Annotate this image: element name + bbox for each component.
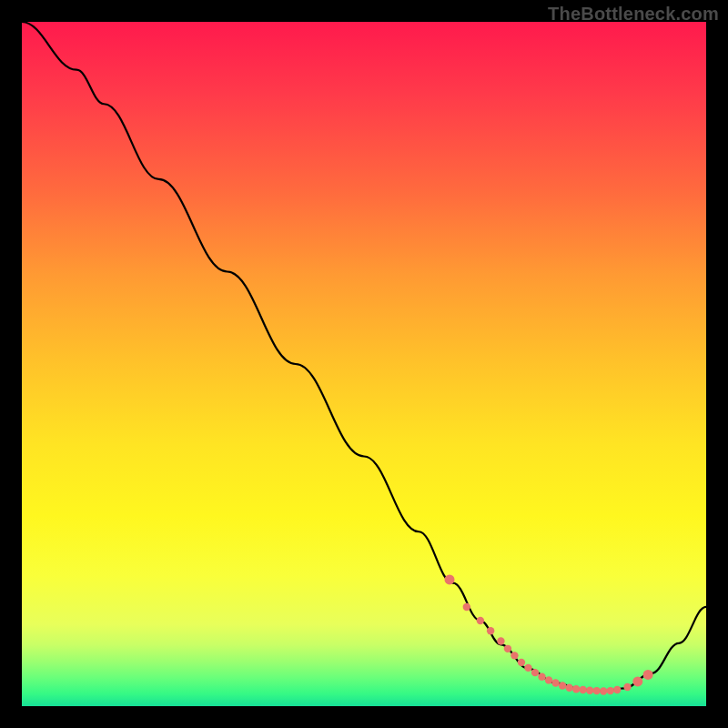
highlight-dot: [643, 670, 653, 680]
highlight-dot: [607, 687, 614, 694]
highlight-dot: [572, 685, 580, 693]
curve-layer: [22, 22, 706, 691]
highlight-dot: [600, 687, 607, 694]
highlight-dot: [445, 574, 455, 584]
highlight-dot: [518, 659, 525, 666]
highlight-dot: [487, 627, 494, 634]
chart-frame: [22, 22, 706, 706]
highlight-dot: [551, 679, 559, 686]
highlight-dot: [559, 682, 566, 689]
chart-svg: [22, 22, 706, 706]
dots-layer: [445, 574, 653, 694]
curve-path: [22, 22, 706, 691]
highlight-dot: [592, 687, 600, 694]
highlight-dot: [531, 669, 539, 676]
highlight-dot: [632, 676, 642, 686]
highlight-dot: [579, 686, 586, 693]
highlight-dot: [463, 603, 470, 611]
highlight-dot: [586, 687, 593, 694]
highlight-dot: [524, 664, 531, 672]
attribution-label: TheBottleneck.com: [548, 4, 719, 25]
highlight-dot: [477, 617, 484, 624]
highlight-dot: [545, 676, 552, 683]
highlight-dot: [613, 686, 621, 693]
highlight-dot: [565, 683, 572, 691]
highlight-dot: [623, 683, 631, 691]
highlight-dot: [511, 652, 518, 659]
highlight-dot: [497, 637, 504, 644]
highlight-dot: [538, 672, 545, 680]
highlight-dot: [504, 645, 511, 652]
